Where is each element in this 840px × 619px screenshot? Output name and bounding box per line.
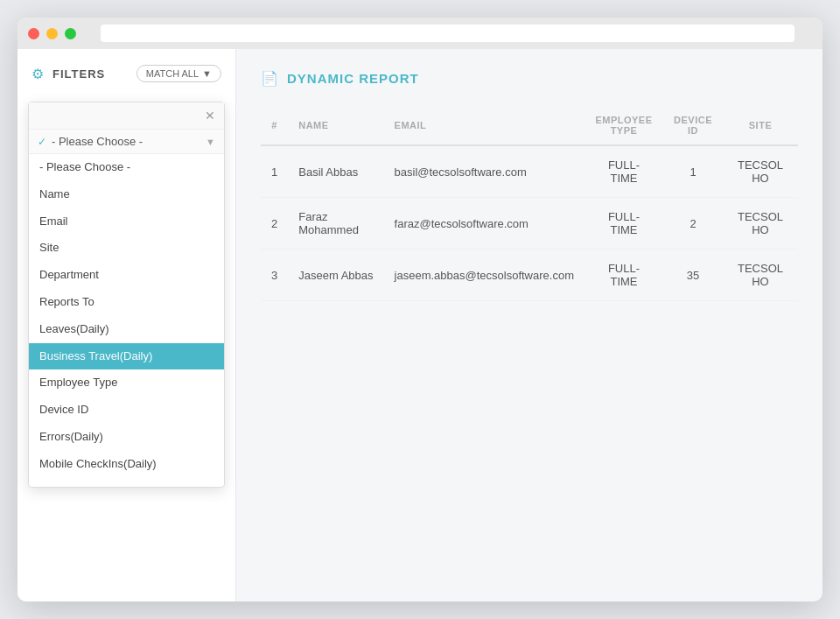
dropdown-selected-text: - Please Choose -	[52, 135, 200, 148]
cell-num: 3	[261, 250, 288, 301]
filter-dropdown: ✕ ✓ - Please Choose - ▼ - Please Choose …	[28, 102, 225, 488]
minimize-button[interactable]	[46, 28, 58, 39]
cell-device-id: 2	[663, 198, 723, 250]
match-all-label: MATCH ALL	[146, 68, 199, 79]
dropdown-item[interactable]: Department	[29, 262, 224, 289]
cell-site: TECSOL HO	[723, 250, 798, 301]
cell-employee-type: FULL-TIME	[584, 198, 663, 250]
close-button[interactable]	[28, 28, 39, 39]
report-title-row: 📄 DYNAMIC REPORT	[261, 70, 798, 87]
main-layout: ⚙ FILTERS MATCH ALL ▼ ✕ ✓ - Please Choos…	[18, 49, 822, 601]
dropdown-item[interactable]: Errors(Daily)	[29, 424, 224, 451]
cell-name: Basil Abbas	[288, 145, 383, 198]
filters-title: FILTERS	[52, 67, 105, 81]
match-all-chevron-icon: ▼	[202, 68, 212, 79]
dropdown-header: ✕	[29, 102, 224, 130]
dropdown-item[interactable]: Email	[29, 208, 224, 236]
filters-header: ⚙ FILTERS MATCH ALL ▼	[32, 65, 221, 82]
cell-employee-type: FULL-TIME	[584, 145, 663, 198]
maximize-button[interactable]	[65, 28, 76, 39]
col-header-num: #	[261, 106, 288, 145]
table-header: # NAME EMAIL EMPLOYEETYPE DEVICEID SITE	[261, 106, 798, 145]
table-row: 1 Basil Abbas basil@tecsolsoftware.com F…	[261, 145, 798, 198]
cell-email: basil@tecsolsoftware.com	[384, 145, 584, 198]
dropdown-item[interactable]: Site	[29, 235, 224, 262]
table-body: 1 Basil Abbas basil@tecsolsoftware.com F…	[261, 145, 798, 301]
dropdown-item[interactable]: Mobile CheckIns(Daily)	[29, 451, 224, 478]
col-header-employee-type: EMPLOYEETYPE	[584, 106, 663, 145]
dropdown-item[interactable]: Device ID	[29, 397, 224, 424]
dropdown-item[interactable]: Name	[29, 181, 224, 208]
cell-num: 1	[261, 145, 288, 198]
report-icon: 📄	[261, 70, 278, 87]
col-header-email: EMAIL	[384, 106, 584, 145]
cell-site: TECSOL HO	[723, 198, 798, 250]
dropdown-close-button[interactable]: ✕	[205, 109, 215, 122]
report-table: # NAME EMAIL EMPLOYEETYPE DEVICEID SITE …	[261, 106, 798, 301]
cell-name: Jaseem Abbas	[288, 250, 383, 301]
dropdown-item[interactable]: Reports To	[29, 289, 224, 316]
table-header-row: # NAME EMAIL EMPLOYEETYPE DEVICEID SITE	[261, 106, 798, 145]
dropdown-item[interactable]: Total Mobile CheckIns	[29, 478, 224, 487]
cell-device-id: 35	[663, 250, 723, 301]
filter-icon: ⚙	[32, 66, 44, 82]
cell-name: Faraz Mohammed	[288, 198, 383, 250]
col-header-site: SITE	[723, 106, 798, 145]
report-area: 📄 DYNAMIC REPORT # NAME EMAIL EMPLOYEETY…	[236, 49, 822, 601]
cell-email: jaseem.abbas@tecsolsoftware.com	[384, 250, 584, 301]
cell-employee-type: FULL-TIME	[584, 250, 663, 301]
dropdown-item[interactable]: Leaves(Daily)	[29, 316, 224, 343]
dropdown-select-row[interactable]: ✓ - Please Choose - ▼	[29, 130, 224, 154]
cell-site: TECSOL HO	[723, 145, 798, 198]
table-row: 2 Faraz Mohammed faraz@tecsolsoftware.co…	[261, 198, 798, 250]
cell-num: 2	[261, 198, 288, 250]
cell-email: faraz@tecsolsoftware.com	[384, 198, 584, 250]
col-header-device-id: DEVICEID	[663, 106, 723, 145]
dropdown-item[interactable]: Business Travel(Daily)	[29, 343, 224, 370]
dropdown-item[interactable]: Employee Type	[29, 369, 224, 397]
address-bar[interactable]	[101, 25, 794, 42]
dropdown-arrow-icon: ▼	[206, 137, 215, 147]
match-all-button[interactable]: MATCH ALL ▼	[136, 65, 221, 82]
cell-device-id: 1	[663, 145, 723, 198]
filters-panel: ⚙ FILTERS MATCH ALL ▼ ✕ ✓ - Please Choos…	[18, 49, 236, 601]
app-window: ⚙ FILTERS MATCH ALL ▼ ✕ ✓ - Please Choos…	[18, 18, 822, 601]
report-title: DYNAMIC REPORT	[287, 71, 419, 86]
table-row: 3 Jaseem Abbas jaseem.abbas@tecsolsoftwa…	[261, 250, 798, 301]
dropdown-item[interactable]: - Please Choose -	[29, 154, 224, 181]
titlebar	[18, 18, 822, 49]
dropdown-check-icon: ✓	[38, 136, 46, 148]
col-header-name: NAME	[288, 106, 383, 145]
dropdown-list: - Please Choose -NameEmailSiteDepartment…	[29, 154, 224, 487]
